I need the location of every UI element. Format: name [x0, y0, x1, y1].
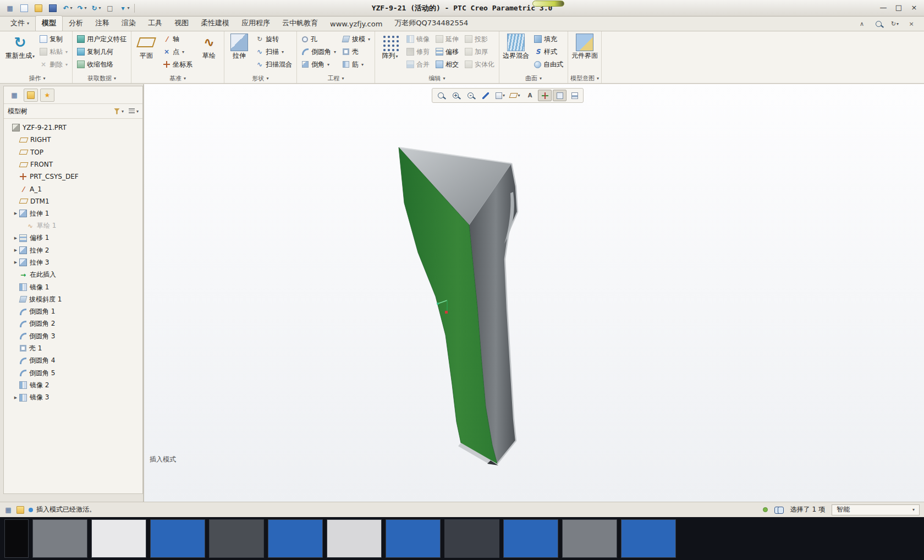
window-switch-button[interactable]: □	[103, 2, 117, 14]
tab-flexible-modeling[interactable]: 柔性建模	[195, 16, 235, 31]
zoom-in-button[interactable]: +	[449, 90, 463, 101]
navigator-toggle-button[interactable]: ▦	[3, 2, 16, 14]
search-in-model-icon[interactable]	[774, 507, 784, 513]
annotation-display-button[interactable]: A	[523, 90, 537, 101]
collapse-ribbon-button[interactable]: ∧	[856, 19, 868, 29]
rib-button[interactable]: 筋▾	[340, 58, 372, 70]
boundary-blend-button[interactable]: 边界混合	[502, 32, 530, 61]
close-window-small-button[interactable]: ×	[905, 19, 917, 29]
udf-button[interactable]: 用户定义特征	[75, 33, 129, 45]
save-button[interactable]	[46, 2, 59, 14]
tree-item-plane-right[interactable]: RIGHT	[4, 134, 142, 146]
taskbar-window-3[interactable]	[91, 519, 146, 558]
ribbon-group-label-operations[interactable]: 操作▾	[4, 74, 70, 83]
tab-applications[interactable]: 应用程序	[235, 16, 276, 31]
tree-item-round-3[interactable]: 倒圆角 3	[4, 330, 142, 342]
copy-button[interactable]: 复制	[37, 33, 70, 45]
taskbar-window-2[interactable]	[32, 519, 87, 558]
pattern-button[interactable]: 阵列▾	[377, 32, 403, 61]
undo-button[interactable]: ↶▾	[61, 2, 74, 14]
sweep-blend-button[interactable]: ∿扫描混合	[254, 58, 294, 70]
plane-button[interactable]: 平面	[134, 32, 159, 61]
spin-center-button[interactable]	[538, 90, 552, 101]
tree-item-axis-a1[interactable]: /A_1	[4, 183, 142, 195]
offset-button[interactable]: 偏移	[433, 46, 461, 58]
sweep-button[interactable]: ∿扫描▾	[254, 46, 294, 58]
hole-button[interactable]: 孔	[299, 33, 338, 45]
tree-item-mirror-2[interactable]: 镜像 2	[4, 379, 142, 391]
regenerate-quick-button[interactable]: ↻▾	[89, 2, 102, 14]
orientation-mode-button[interactable]	[553, 90, 566, 101]
revolve-button[interactable]: ↻旋转	[254, 33, 294, 45]
tree-item-csys-default[interactable]: PRT_CSYS_DEF	[4, 171, 142, 183]
taskbar-window-12[interactable]	[621, 519, 676, 558]
extrude-button[interactable]: 拉伸	[227, 32, 252, 61]
freestyle-button[interactable]: 自由式	[532, 58, 565, 70]
model-3d[interactable]	[144, 84, 924, 502]
taskbar-window-9[interactable]	[444, 519, 499, 558]
taskbar-window-1[interactable]	[4, 519, 29, 558]
expand-arrow-icon[interactable]: ▶	[12, 236, 19, 240]
ribbon-group-label-shapes[interactable]: 形状▾	[227, 74, 294, 83]
window-refresh-button[interactable]: ↻▾	[889, 19, 901, 29]
taskbar-window-11[interactable]	[562, 519, 617, 558]
shell-button[interactable]: 壳	[340, 46, 372, 58]
tree-item-round-5[interactable]: 倒圆角 5	[4, 367, 142, 379]
minimize-button[interactable]: —	[876, 1, 891, 13]
axis-button[interactable]: /轴	[161, 33, 195, 45]
taskbar-window-6[interactable]	[268, 519, 323, 558]
tab-teacher-qq[interactable]: 万老师QQ734482554	[388, 16, 474, 31]
ribbon-group-label-editing[interactable]: 编辑▾	[377, 74, 497, 83]
tree-item-plane-top[interactable]: TOP	[4, 146, 142, 158]
taskbar-window-10[interactable]	[503, 519, 558, 558]
ribbon-group-label-model-intent[interactable]: 模型意图▾	[570, 74, 599, 83]
expand-arrow-icon[interactable]: ▶	[12, 248, 19, 252]
tab-website[interactable]: www.yzfjy.com	[324, 18, 388, 31]
tree-filter-button[interactable]: ▾	[114, 108, 124, 114]
extend-button[interactable]: 延伸	[433, 33, 461, 45]
project-button[interactable]: 投影	[463, 33, 497, 45]
tree-item-extrude-2[interactable]: ▶拉伸 2	[4, 244, 142, 256]
tree-item-shell-1[interactable]: 壳 1	[4, 342, 142, 354]
csys-button[interactable]: 坐标系	[161, 58, 195, 70]
tree-item-round-2[interactable]: 倒圆角 2	[4, 318, 142, 330]
tab-annotate[interactable]: 注释	[89, 16, 116, 31]
shrinkwrap-button[interactable]: 收缩包络	[75, 58, 129, 70]
folder-browser-button[interactable]	[24, 89, 38, 102]
tab-analysis[interactable]: 分析	[63, 16, 89, 31]
tree-item-mirror-1[interactable]: 镜像 1	[4, 281, 142, 293]
view-manager-button[interactable]	[568, 90, 581, 101]
open-file-button[interactable]	[32, 2, 45, 14]
tab-tools[interactable]: 工具	[142, 16, 168, 31]
fill-button[interactable]: 填充	[532, 33, 565, 45]
tree-item-extrude-3[interactable]: ▶拉伸 3	[4, 256, 142, 268]
tree-item-draft-1[interactable]: 拔模斜度 1	[4, 293, 142, 305]
taskbar-window-8[interactable]	[386, 519, 441, 558]
graphics-area[interactable]: +-▾▾A	[144, 84, 924, 502]
solidify-button[interactable]: 实体化	[463, 58, 497, 70]
point-button[interactable]: ×点▾	[161, 46, 195, 58]
tree-item-sketch-1[interactable]: ∿草绘 1	[4, 219, 142, 232]
datum-display-filters-button[interactable]: ▾	[508, 90, 522, 101]
tree-settings-button[interactable]: ▾	[129, 108, 139, 114]
draft-button[interactable]: 拔模▾	[340, 33, 372, 45]
selection-filter-dropdown[interactable]: 智能 ▾	[832, 504, 920, 515]
navigator-tabs-button[interactable]: ▦	[7, 89, 21, 102]
tree-item-mirror-3[interactable]: ▶镜像 3	[4, 392, 142, 404]
thicken-button[interactable]: 加厚	[463, 46, 497, 58]
ribbon-group-label-surfaces[interactable]: 曲面▾	[502, 74, 565, 83]
paste-button[interactable]: 粘贴▾	[37, 46, 70, 58]
ribbon-group-label-engineering[interactable]: 工程▾	[299, 74, 372, 83]
tree-item-extrude-1[interactable]: ▶拉伸 1	[4, 207, 142, 219]
mirror-button[interactable]: 镜像	[404, 33, 432, 45]
copy-geometry-button[interactable]: 复制几何	[75, 46, 129, 58]
expand-arrow-icon[interactable]: ▶	[12, 211, 19, 216]
merge-button[interactable]: 合并	[404, 58, 432, 70]
command-search-button[interactable]	[872, 19, 884, 29]
maximize-button[interactable]: □	[891, 1, 906, 13]
sketch-button[interactable]: ∿草绘	[196, 32, 222, 61]
tree-item-part-root[interactable]: YZF-9-21.PRT	[4, 122, 142, 134]
tree-item-dtm1[interactable]: DTM1	[4, 195, 142, 207]
component-interface-button[interactable]: 元件界面	[570, 32, 599, 61]
favorites-button[interactable]: ★	[40, 89, 54, 102]
